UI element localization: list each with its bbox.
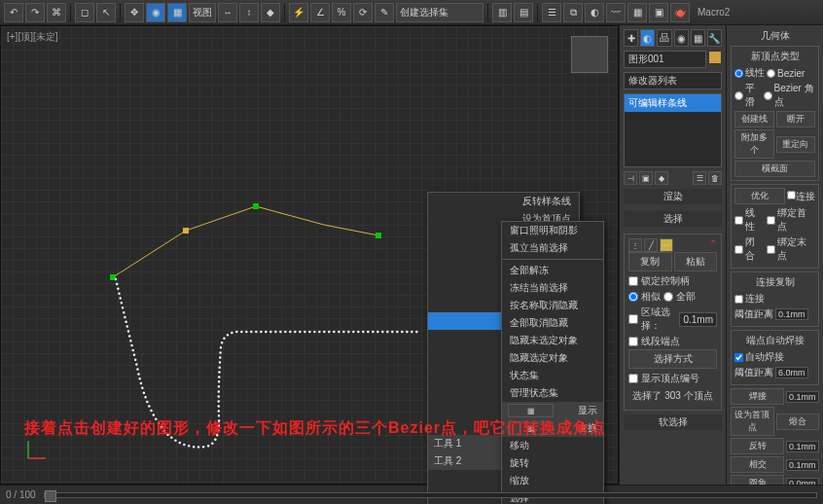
- softsel-rollout[interactable]: 软选择: [624, 414, 722, 430]
- ctx-mgstateset[interactable]: 管理状态集: [502, 384, 603, 402]
- opt-bindlast-check[interactable]: [767, 245, 775, 254]
- ctx-unhideall[interactable]: 全部取消隐藏: [502, 314, 603, 332]
- edit-icon[interactable]: ✎: [375, 3, 394, 22]
- ctx-move[interactable]: 移动: [502, 437, 603, 454]
- render-icon[interactable]: 🫖: [670, 3, 690, 22]
- spline-sub-icon[interactable]: 〰: [660, 238, 673, 252]
- cursor-icon[interactable]: ↖: [96, 3, 116, 22]
- modifier-dropdown[interactable]: 修改器列表: [624, 72, 722, 90]
- viewmode-dropdown[interactable]: 视图: [189, 3, 216, 22]
- create-tab[interactable]: ✚: [624, 29, 638, 47]
- render-frame-icon[interactable]: ▣: [649, 3, 668, 22]
- time-slider[interactable]: [44, 492, 817, 498]
- ctx-hidesel[interactable]: 隐藏选定对象: [502, 349, 603, 367]
- opt-bindfirst-check[interactable]: [767, 216, 775, 225]
- viewport[interactable]: [+][顶][未定] 反转样条线 设为首顶点 拆分 绑定 取消绑定 Bezier…: [0, 25, 619, 485]
- viewcube[interactable]: [571, 36, 608, 73]
- percent-snap-icon[interactable]: %: [332, 3, 351, 22]
- config-icon[interactable]: ☰: [693, 171, 706, 185]
- cross2-button[interactable]: 相交: [731, 456, 784, 473]
- fuse-button[interactable]: 熔合: [776, 414, 820, 430]
- bezcorner-radio[interactable]: [764, 91, 772, 100]
- named-sel-dropdown[interactable]: 创建选择集: [396, 3, 483, 22]
- bezier-radio[interactable]: [767, 69, 775, 78]
- show-nums-check[interactable]: [628, 374, 638, 383]
- smooth-radio[interactable]: [734, 91, 743, 100]
- opt-linear-check[interactable]: [734, 216, 743, 225]
- area-sel-check[interactable]: [628, 314, 638, 324]
- ctx-freeze[interactable]: 冻结当前选择: [502, 279, 603, 297]
- reverse-input[interactable]: 0.1mm: [786, 441, 819, 452]
- lock-handles-check[interactable]: [628, 276, 638, 286]
- ctx-hideunsel[interactable]: 隐藏未选定对象: [502, 332, 603, 349]
- thresh-input[interactable]: 0.1mm: [775, 308, 808, 320]
- angle-snap-icon[interactable]: ∠: [310, 3, 330, 22]
- reorient-button[interactable]: 重定向: [776, 136, 816, 153]
- copy-button[interactable]: 复制: [628, 252, 672, 271]
- break-button[interactable]: 断开: [776, 111, 816, 127]
- createline-button[interactable]: 创建线: [734, 111, 774, 127]
- select-icon[interactable]: ◻: [75, 3, 94, 22]
- conn-check[interactable]: [734, 295, 743, 304]
- fillet-button[interactable]: 圆角: [731, 475, 784, 485]
- axis-z-icon[interactable]: ◆: [261, 3, 280, 22]
- scale-icon[interactable]: ▦: [167, 3, 187, 22]
- autoweld-check[interactable]: [734, 353, 743, 362]
- display-tab[interactable]: ▦: [691, 29, 705, 47]
- move-icon[interactable]: ✥: [125, 3, 144, 22]
- layer-icon[interactable]: ☰: [542, 3, 561, 22]
- hier-tab[interactable]: 品: [657, 29, 671, 47]
- ctx-reverse[interactable]: 反转样条线: [428, 193, 579, 210]
- attachmulti-button[interactable]: 附加多个: [734, 129, 774, 159]
- show-icon[interactable]: ▣: [639, 171, 653, 185]
- modifier-stack[interactable]: 可编辑样条线: [624, 93, 722, 167]
- modifier-item[interactable]: 可编辑样条线: [625, 94, 721, 112]
- ctx-rotate[interactable]: 旋转: [502, 454, 603, 472]
- curve-icon[interactable]: 〰: [606, 3, 626, 22]
- insert-button[interactable]: 设为首顶点: [731, 407, 774, 436]
- modify-tab[interactable]: ◐: [640, 29, 655, 47]
- spinner-snap-icon[interactable]: ⟳: [353, 3, 373, 22]
- ctx-lightshadow[interactable]: 窗口照明和阴影: [502, 222, 603, 239]
- vertex-sub-icon[interactable]: ⋮: [628, 238, 642, 252]
- lock-similar-radio[interactable]: [628, 292, 638, 302]
- fillet-input[interactable]: 0.0mm: [786, 478, 819, 486]
- optimize-button[interactable]: 优化: [734, 188, 785, 204]
- ctx-scale[interactable]: 缩放: [502, 472, 603, 489]
- paste-button[interactable]: 粘贴: [674, 252, 718, 271]
- cross-button[interactable]: 橫截面: [734, 161, 815, 177]
- pin-icon[interactable]: ⊣: [624, 171, 637, 185]
- autoweld-input[interactable]: 6.0mm: [775, 367, 808, 378]
- render-setup-icon[interactable]: ▦: [627, 3, 647, 22]
- seg-end-check[interactable]: [628, 337, 638, 346]
- redo-icon[interactable]: ↷: [25, 3, 45, 22]
- ctx-isolate[interactable]: 孤立当前选择: [502, 239, 603, 257]
- axis-y-icon[interactable]: ↕: [239, 3, 259, 22]
- motion-tab[interactable]: ◉: [674, 29, 689, 47]
- rotate-icon[interactable]: ◉: [146, 3, 165, 22]
- render-rollout[interactable]: 渲染: [624, 189, 722, 204]
- segment-sub-icon[interactable]: ╱: [644, 238, 658, 252]
- align-icon[interactable]: ▤: [514, 3, 533, 22]
- trash-icon[interactable]: 🗑: [708, 171, 722, 185]
- undo-icon[interactable]: ↶: [4, 3, 23, 22]
- sel-method-button[interactable]: 选择方式: [628, 349, 717, 369]
- mirror-icon[interactable]: ▥: [492, 3, 512, 22]
- ctx-stateset[interactable]: 状态集: [502, 367, 603, 384]
- object-name[interactable]: 图形001: [624, 51, 706, 68]
- linear-radio[interactable]: [734, 69, 743, 78]
- schematic-icon[interactable]: ⧉: [563, 3, 583, 22]
- opt-connect-check[interactable]: [787, 191, 796, 199]
- ctx-unhidebyname[interactable]: 按名称取消隐藏: [502, 297, 603, 314]
- weld-button[interactable]: 焊接: [731, 388, 784, 405]
- object-color[interactable]: [708, 51, 722, 64]
- weld-input[interactable]: 0.1mm: [786, 391, 819, 403]
- link-icon[interactable]: ⌘: [47, 3, 66, 22]
- opt-close-check[interactable]: [734, 245, 743, 254]
- ctx-unfreezeall[interactable]: 全部解冻: [502, 262, 603, 279]
- snap-icon[interactable]: ⚡: [289, 3, 308, 22]
- material-icon[interactable]: ◐: [585, 3, 604, 22]
- axis-x-icon[interactable]: ↔: [218, 3, 237, 22]
- lock-all-radio[interactable]: [663, 292, 673, 302]
- util-tab[interactable]: 🔧: [707, 29, 722, 47]
